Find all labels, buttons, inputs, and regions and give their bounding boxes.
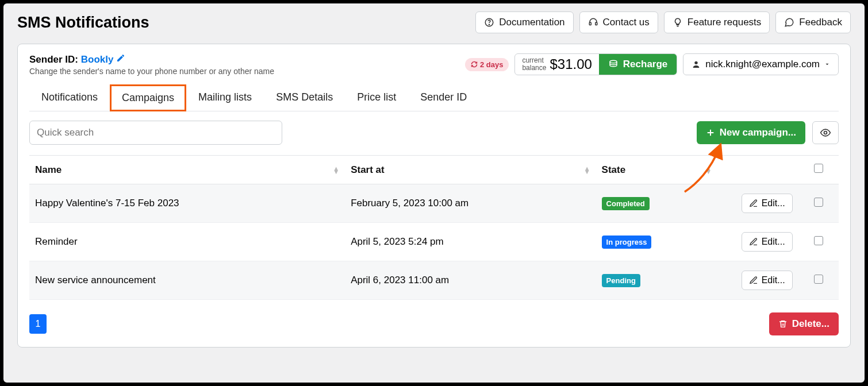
recharge-button[interactable]: Recharge [599, 54, 677, 75]
feedback-label: Feedback [799, 17, 842, 28]
cell-name: New service announcement [29, 261, 345, 300]
cell-name: Happy Valentine's 7-15 Feb 2023 [29, 184, 345, 223]
sender-desc: Change the sender's name to your phone n… [29, 67, 274, 76]
table-row: Reminder April 5, 2023 5:24 pm In progre… [29, 223, 839, 261]
edit-button[interactable]: Edit... [742, 232, 793, 252]
state-badge: In progress [602, 236, 652, 249]
balance-label: current balance [515, 57, 550, 71]
campaigns-table: Name▲▼ Start at▲▼ State▲▼ Happy Valentin… [29, 155, 839, 300]
top-button-bar: Documentation Contact us Feature request… [475, 11, 851, 33]
caret-down-icon [824, 61, 830, 67]
balance-amount: $31.00 [550, 56, 598, 72]
days-badge-text: 2 days [480, 60, 503, 69]
user-email: nick.knight@example.com [705, 59, 820, 70]
feature-requests-button[interactable]: Feature requests [664, 11, 770, 33]
state-badge: Completed [602, 197, 650, 210]
tab-campaigns[interactable]: Campaigns [110, 84, 186, 111]
new-campaign-label: New campaign... [720, 127, 796, 138]
col-name[interactable]: Name▲▼ [29, 156, 345, 184]
edit-label: Edit... [762, 237, 785, 247]
row-checkbox[interactable] [814, 275, 823, 284]
search-input[interactable] [29, 121, 282, 145]
cell-start: February 5, 2023 10:00 am [345, 184, 596, 223]
balance-box: current balance $31.00 Recharge [514, 53, 677, 75]
col-start[interactable]: Start at▲▼ [345, 156, 596, 184]
headset-icon [588, 17, 598, 28]
coins-icon [608, 59, 619, 70]
columns-visibility-button[interactable] [812, 121, 839, 144]
col-state[interactable]: State▲▼ [596, 156, 717, 184]
select-all-checkbox[interactable] [814, 164, 823, 173]
page-1-button[interactable]: 1 [29, 314, 47, 334]
delete-button[interactable]: Delete... [769, 312, 839, 335]
contact-button[interactable]: Contact us [579, 11, 658, 33]
days-badge: 2 days [465, 58, 509, 71]
edit-label: Edit... [762, 275, 785, 285]
table-row: Happy Valentine's 7-15 Feb 2023 February… [29, 184, 839, 223]
user-menu[interactable]: nick.knight@example.com [683, 53, 839, 75]
edit-icon [749, 237, 758, 246]
tab-price-list[interactable]: Price list [345, 84, 408, 111]
svg-rect-2 [589, 22, 591, 25]
user-icon [692, 60, 701, 69]
tabs: Notifications Campaigns Mailing lists SM… [29, 84, 839, 111]
svg-point-4 [610, 60, 617, 63]
feature-label: Feature requests [688, 17, 762, 28]
page-title: SMS Notifications [17, 14, 149, 32]
main-card: Sender ID: Bookly Change the sender's na… [17, 44, 851, 348]
cell-start: April 5, 2023 5:24 pm [345, 223, 596, 261]
sort-icon: ▲▼ [333, 167, 339, 173]
eye-icon [820, 127, 831, 138]
svg-point-1 [489, 24, 490, 25]
tab-notifications[interactable]: Notifications [29, 84, 110, 111]
documentation-button[interactable]: Documentation [475, 11, 573, 33]
row-checkbox[interactable] [814, 198, 823, 207]
search-box [29, 121, 282, 145]
sender-id-link[interactable]: Bookly [81, 54, 114, 65]
table-row: New service announcement April 6, 2023 1… [29, 261, 839, 300]
edit-sender-icon[interactable] [116, 54, 125, 65]
cell-name: Reminder [29, 223, 345, 261]
edit-icon [749, 199, 758, 208]
recharge-label: Recharge [623, 59, 667, 70]
edit-icon [749, 276, 758, 285]
contact-label: Contact us [603, 17, 650, 28]
lightbulb-icon [673, 17, 683, 28]
cell-start: April 6, 2023 11:00 am [345, 261, 596, 300]
plus-icon [706, 128, 715, 137]
edit-button[interactable]: Edit... [742, 194, 793, 213]
sender-id-label: Sender ID: [29, 54, 78, 65]
edit-label: Edit... [762, 198, 785, 209]
state-badge: Pending [602, 274, 640, 287]
documentation-label: Documentation [499, 17, 564, 28]
svg-point-5 [695, 61, 698, 64]
new-campaign-button[interactable]: New campaign... [697, 121, 805, 144]
tab-sender-id[interactable]: Sender ID [408, 84, 479, 111]
svg-point-6 [824, 132, 827, 134]
sort-icon: ▲▼ [584, 167, 590, 173]
edit-button[interactable]: Edit... [742, 271, 793, 290]
refresh-icon [471, 61, 478, 68]
svg-rect-3 [595, 22, 597, 25]
trash-icon [778, 319, 788, 329]
delete-label: Delete... [792, 318, 829, 330]
chat-icon [784, 17, 794, 28]
feedback-button[interactable]: Feedback [775, 11, 851, 33]
tab-mailing-lists[interactable]: Mailing lists [186, 84, 264, 111]
sender-block: Sender ID: Bookly Change the sender's na… [29, 53, 274, 76]
tab-sms-details[interactable]: SMS Details [264, 84, 345, 111]
help-circle-icon [484, 17, 494, 28]
sort-icon: ▲▼ [705, 167, 712, 173]
row-checkbox[interactable] [814, 236, 823, 245]
